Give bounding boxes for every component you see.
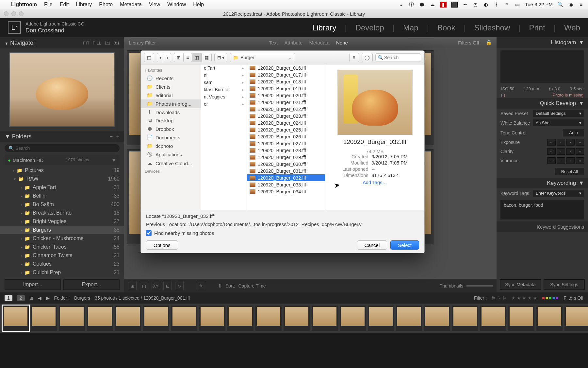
arrange-menu[interactable]: ⊟ ▾: [214, 53, 228, 62]
folder-row[interactable]: ▸📁Chicken - Mushrooms24: [0, 234, 124, 243]
sort-direction-icon[interactable]: ⇅: [218, 283, 222, 289]
file-row[interactable]: 120920_Burger_033.fff: [247, 181, 325, 188]
folder-row[interactable]: ▸📁Culichi Prep21: [0, 268, 124, 277]
filmstrip-thumbnail[interactable]: [508, 306, 534, 331]
folder-row[interactable]: ▸📁Bellini33: [0, 192, 124, 200]
menubar-icon[interactable]: 𝒶: [398, 2, 404, 8]
auto-tone-button[interactable]: Auto: [563, 129, 584, 136]
file-row[interactable]: 120920_Burger_017.fff: [247, 71, 325, 78]
column-view-icon[interactable]: ▥: [192, 53, 202, 62]
rating-filter[interactable]: ★ ★ ★ ★ ★: [511, 295, 538, 301]
finder-column-2[interactable]: 120920_Burger_016.fff120920_Burger_017.f…: [247, 64, 325, 210]
filmstrip[interactable]: [0, 304, 588, 333]
reset-all-button[interactable]: Reset All: [555, 168, 584, 175]
nav-fill[interactable]: FILL: [93, 41, 101, 45]
menubar-icon[interactable]: ▮: [440, 2, 447, 8]
file-row[interactable]: 120920_Burger_031.fff: [247, 167, 325, 174]
filmstrip-thumbnail[interactable]: [227, 306, 253, 331]
back-button[interactable]: ‹: [157, 53, 164, 62]
nav-fwd-icon[interactable]: ▶: [46, 295, 50, 301]
icon-view-icon[interactable]: ⊞: [174, 53, 184, 62]
file-row[interactable]: 120920_Burger_027.fff: [247, 140, 325, 147]
compare-view-icon[interactable]: XY: [152, 282, 160, 290]
tags-icon[interactable]: ◯: [362, 53, 373, 62]
wb-select[interactable]: As Shot▾: [533, 119, 584, 126]
folders-minus[interactable]: −: [109, 133, 113, 140]
find-nearby-checkbox[interactable]: Find nearby missing photos: [146, 230, 419, 236]
wifi-icon[interactable]: ⌔: [504, 2, 510, 8]
file-row[interactable]: 120920_Burger_019.fff: [247, 85, 325, 92]
file-row[interactable]: 120920_Burger_026.fff: [247, 133, 325, 140]
sidebar-item[interactable]: 📁dcphoto: [141, 142, 201, 150]
file-row[interactable]: 120920_Burger_021.fff: [247, 99, 325, 106]
filmstrip-thumbnail[interactable]: [31, 306, 57, 331]
file-row[interactable]: 120920_Burger_028.fff: [247, 147, 325, 154]
file-row[interactable]: 120920_Burger_024.fff: [247, 119, 325, 126]
menu-metadata[interactable]: Metadata: [120, 2, 142, 8]
finder-column-1[interactable]: e Tart▸ni▸säm▸kfast Burrito▸nt Veggies▸e…: [201, 64, 247, 210]
menubar-icon[interactable]: ◐: [483, 2, 489, 8]
module-book[interactable]: Book: [437, 23, 455, 32]
app-menu[interactable]: Lightroom: [11, 2, 37, 8]
file-row[interactable]: 120920_Burger_018.fff: [247, 78, 325, 85]
sidebar-toggle-icon[interactable]: ◫: [144, 53, 154, 62]
creative-cloud-icon[interactable]: ☁: [430, 2, 435, 8]
file-row[interactable]: 120920_Burger_016.fff: [247, 64, 325, 71]
filmstrip-folder[interactable]: Burgers: [74, 295, 90, 301]
sidebar-item[interactable]: 📄Documents: [141, 133, 201, 142]
menubar-icon[interactable]: ⓘ: [409, 2, 415, 8]
filmstrip-thumbnail[interactable]: [340, 306, 366, 331]
filmstrip-thumbnail[interactable]: [424, 306, 450, 331]
menu-view[interactable]: View: [149, 2, 160, 8]
file-row[interactable]: 120920_Burger_022.fff: [247, 106, 325, 113]
nav-back-icon[interactable]: ◀: [38, 295, 41, 301]
menubar-icon[interactable]: ⬛: [451, 2, 458, 8]
file-row[interactable]: 120920_Burger_034.fff: [247, 188, 325, 195]
filmstrip-thumbnail[interactable]: [143, 306, 169, 331]
bluetooth-icon[interactable]: ᚼ: [494, 2, 499, 8]
keyword-mode-select[interactable]: Enter Keywords▾: [533, 190, 584, 197]
sidebar-item[interactable]: ⒶApplications: [141, 150, 201, 159]
filmstrip-thumbnail[interactable]: [284, 306, 310, 331]
file-row[interactable]: 120920_Burger_023.fff: [247, 113, 325, 119]
cancel-button[interactable]: Cancel: [357, 240, 387, 250]
grid-icon[interactable]: ⊞: [29, 295, 33, 301]
keyword-suggestions-header[interactable]: Keyword Suggestions: [497, 221, 588, 232]
folders-search[interactable]: 🔍 Search: [5, 144, 120, 152]
filmstrip-thumbnail[interactable]: [564, 306, 588, 331]
main-display[interactable]: 1: [5, 295, 12, 301]
filters-off[interactable]: Filters Off: [458, 40, 479, 45]
module-library[interactable]: Library: [312, 23, 336, 32]
menu-help[interactable]: Help: [193, 2, 204, 8]
filmstrip-thumbnail[interactable]: [396, 306, 422, 331]
column-folder[interactable]: säm▸: [201, 79, 247, 86]
second-display[interactable]: 2: [17, 295, 25, 301]
folder-row[interactable]: ▸📁Chicken Tacos58: [0, 243, 124, 251]
folder-row[interactable]: ▸📁Bo Ssäm400: [0, 200, 124, 209]
sidebar-item[interactable]: 📁Clients: [141, 82, 201, 91]
clarity-stepper[interactable]: ‹‹‹›››: [547, 148, 584, 155]
dropbox-icon[interactable]: ⬢: [419, 2, 425, 8]
filmstrip-thumbnail[interactable]: [171, 306, 197, 331]
quick-develop-header[interactable]: Quick Develop▼: [497, 98, 588, 109]
folder-row[interactable]: ▸📁Burgers35: [0, 226, 124, 234]
filter-metadata[interactable]: Metadata: [309, 40, 330, 45]
filmstrip-thumbnail[interactable]: [452, 306, 478, 331]
menubar-clock[interactable]: Tue 3:22 PM: [525, 2, 553, 7]
filmstrip-thumbnail[interactable]: [312, 306, 338, 331]
filmstrip-thumbnail[interactable]: [480, 306, 506, 331]
column-folder[interactable]: nt Veggies▸: [201, 93, 247, 100]
sync-settings-button[interactable]: Sync Settings: [544, 279, 585, 290]
column-folder[interactable]: ni▸: [201, 72, 247, 79]
import-button[interactable]: Import...: [5, 279, 61, 290]
file-row[interactable]: 120920_Burger_020.fff: [247, 92, 325, 99]
folder-row[interactable]: ▸📁Cookies23: [0, 260, 124, 268]
file-row[interactable]: 120920_Burger_025.fff: [247, 126, 325, 133]
spotlight-icon[interactable]: 🔍: [557, 2, 563, 8]
folders-header[interactable]: ▼ Folders − +: [0, 131, 124, 142]
traffic-lights[interactable]: [4, 11, 24, 16]
sidebar-item[interactable]: ☁Creative Cloud...: [141, 159, 201, 167]
painter-icon[interactable]: ✎: [197, 282, 205, 290]
navigator-preview[interactable]: [9, 52, 115, 127]
filter-text[interactable]: Text: [269, 40, 278, 45]
